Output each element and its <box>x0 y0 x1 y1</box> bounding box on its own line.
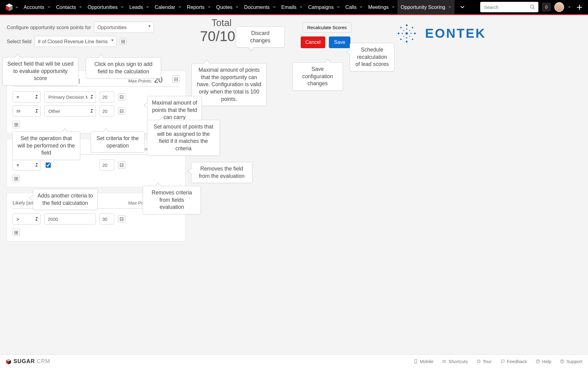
nav-item-documents[interactable]: Documents <box>241 0 278 14</box>
svg-line-4 <box>533 8 535 9</box>
chevron-down-icon <box>459 4 466 10</box>
footer-link-shortcuts[interactable]: Shortcuts <box>442 359 468 364</box>
app-logo-icon[interactable] <box>5 3 13 12</box>
nav-caret-icon[interactable] <box>273 6 276 8</box>
add-criteria-button[interactable]: ⊞ <box>13 121 20 128</box>
svg-point-13 <box>412 39 413 40</box>
points-input[interactable] <box>100 159 114 171</box>
nav-caret-icon[interactable] <box>300 6 303 8</box>
nav-item-contacts[interactable]: Contacts <box>53 0 85 14</box>
callout-set-points: Set amount of points that will be assign… <box>147 120 220 156</box>
remove-criteria-button[interactable]: ⊟ <box>118 215 125 223</box>
remove-field-button[interactable]: ⊟ <box>172 75 180 83</box>
footer: SUGARCRM MobileShortcutsTourFeedbackHelp… <box>0 355 588 368</box>
add-criteria-button[interactable]: ⊞ <box>13 229 20 236</box>
svg-point-16 <box>402 33 403 34</box>
save-button[interactable]: Save <box>329 36 350 48</box>
points-input[interactable] <box>100 105 114 117</box>
nav-item-accounts[interactable]: Accounts <box>21 0 53 14</box>
svg-point-3 <box>530 5 534 8</box>
nav-caret-icon[interactable] <box>178 6 181 8</box>
callout-total: Maximal amount of points that the opport… <box>191 63 267 106</box>
callout-add-field: Click on plus sign to add field to the c… <box>86 57 161 79</box>
eontek-swirl-icon <box>395 22 418 45</box>
nav-item-opportunities[interactable]: Opportunities <box>85 0 126 14</box>
nav-item-opportunity-scoring[interactable]: Opportunity Scoring <box>398 0 454 14</box>
footer-link-tour[interactable]: Tour <box>477 359 492 364</box>
recalculate-button[interactable]: Recalculate Scores <box>303 22 351 33</box>
remove-criteria-button[interactable]: ⊟ <box>118 93 125 101</box>
criteria-row: =⊟ <box>13 159 180 171</box>
nav-item-leads[interactable]: Leads <box>126 0 152 14</box>
mobile-icon <box>413 359 418 364</box>
select-field-label: Select field <box>7 39 32 44</box>
footer-brand: SUGARCRM <box>6 358 50 365</box>
field-select[interactable]: # of Closed Revenue Line Items <box>35 36 117 47</box>
svg-point-8 <box>398 33 400 34</box>
notification-badge[interactable]: 0 <box>542 3 551 11</box>
callout-recalc: Schedule recalculation of lead scores <box>350 43 394 71</box>
top-nav: AccountsContactsOpportunitiesLeadsCalend… <box>0 0 588 15</box>
support-icon <box>560 359 564 364</box>
footer-link-support[interactable]: Support <box>560 359 582 364</box>
criteria-checkbox[interactable] <box>46 163 51 168</box>
nav-caret-icon[interactable] <box>47 6 51 8</box>
operator-select[interactable]: = <box>13 159 41 171</box>
svg-point-17 <box>410 33 412 34</box>
nav-caret-icon[interactable] <box>208 6 211 8</box>
nav-item-quotes[interactable]: Quotes <box>213 0 241 14</box>
operator-select[interactable]: > <box>13 213 41 224</box>
user-avatar[interactable] <box>554 2 564 12</box>
search-icon[interactable] <box>530 4 535 10</box>
points-input[interactable] <box>100 91 114 102</box>
points-input[interactable] <box>100 213 114 224</box>
svg-point-14 <box>406 29 407 30</box>
nav-overflow-button[interactable] <box>454 0 470 14</box>
svg-point-12 <box>400 39 402 40</box>
nav-caret-icon[interactable] <box>448 6 451 8</box>
callout-select-field: Select field that will be used to evalua… <box>2 57 78 86</box>
nav-item-emails[interactable]: Emails <box>279 0 306 14</box>
eontek-logo: EONTEK <box>395 22 486 45</box>
footer-link-mobile[interactable]: Mobile <box>413 359 433 364</box>
shortcuts-icon <box>442 359 447 364</box>
footer-link-feedback[interactable]: Feedback <box>500 359 527 364</box>
footer-link-help[interactable]: Help <box>536 359 552 364</box>
nav-caret-icon[interactable] <box>121 6 124 8</box>
footer-brand-a: SUGAR <box>13 358 35 365</box>
remove-criteria-button[interactable]: ⊟ <box>118 161 125 169</box>
operator-select[interactable]: != <box>13 105 41 117</box>
quick-create-button[interactable]: + <box>575 0 584 14</box>
logo-menu-caret-icon[interactable] <box>15 7 18 8</box>
user-menu-caret-icon[interactable] <box>568 6 571 8</box>
criteria-row: >⊟ <box>13 213 180 224</box>
nav-item-reports[interactable]: Reports <box>184 0 213 14</box>
svg-point-11 <box>412 27 413 29</box>
nav-caret-icon[interactable] <box>79 6 82 8</box>
criteria-select[interactable]: Other <box>44 105 96 117</box>
global-search <box>480 2 538 12</box>
footer-cube-icon <box>6 358 12 365</box>
nav-caret-icon[interactable] <box>337 6 340 8</box>
nav-caret-icon[interactable] <box>236 6 239 8</box>
criteria-input[interactable] <box>44 213 96 224</box>
svg-point-19 <box>409 30 410 31</box>
nav-caret-icon[interactable] <box>146 6 149 8</box>
remove-criteria-button[interactable]: ⊟ <box>118 107 125 115</box>
nav-item-campaigns[interactable]: Campaigns <box>305 0 342 14</box>
nav-caret-icon[interactable] <box>360 6 363 8</box>
svg-point-21 <box>409 36 410 37</box>
nav-caret-icon[interactable] <box>392 6 395 8</box>
nav-item-meetings[interactable]: Meetings <box>365 0 398 14</box>
nav-item-calls[interactable]: Calls <box>343 0 366 14</box>
svg-point-7 <box>406 41 408 43</box>
module-select[interactable]: Opportunities <box>94 22 154 33</box>
nav-item-calendar[interactable]: Calendar <box>152 0 184 14</box>
svg-point-9 <box>414 33 416 34</box>
callout-remove-field: Removes the field from the evaluation <box>191 162 252 183</box>
add-field-button[interactable]: ⊞ <box>120 38 126 45</box>
cancel-button[interactable]: Cancel <box>301 36 325 48</box>
operator-select[interactable]: = <box>13 91 41 102</box>
criteria-select[interactable]: Primary Decision Maker <box>44 91 96 102</box>
add-criteria-button[interactable]: ⊞ <box>13 175 20 182</box>
